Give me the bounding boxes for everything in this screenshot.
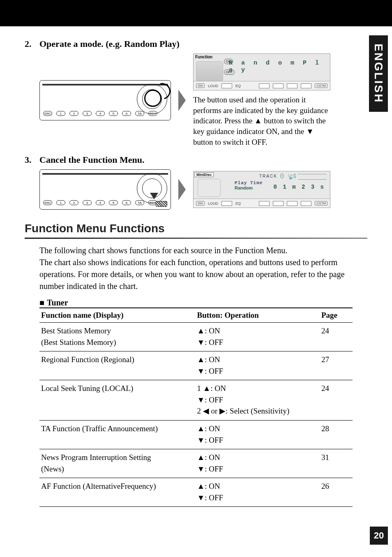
table-row: Regional Function (Regional)▲: ON ▼: OFF…: [39, 351, 353, 380]
panel-button-ta: TA: [135, 200, 144, 205]
section-heading: Function Menu Functions: [25, 222, 367, 235]
table-row: Local Seek Tuning (LOCAL)1 ▲: ON ▼: OFF …: [39, 380, 353, 421]
display-header-box: MiniDisc: [194, 172, 214, 177]
display-time-text: 0 1 m 2 3 s: [274, 184, 325, 190]
wave-seg-icon: [259, 83, 270, 88]
tuner-functions-table: Function name (Display) Button: Operatio…: [39, 307, 353, 507]
cell-button-operation: ▲: ON ▼: OFF: [196, 449, 320, 478]
step-2-title: Operate a mode. (e.g. Random Play): [39, 39, 180, 49]
panel-button-1: 1: [56, 111, 65, 116]
cell-function-name: TA Function (Traffic Announcement): [39, 421, 196, 449]
panel-button-5: 5: [109, 200, 118, 205]
step-2-explanation: The button used and the operation it per…: [193, 95, 333, 147]
lcd-display-function: Function ON OFF R a n d o m P l a y SW L…: [193, 53, 330, 90]
col-header-page: Page: [320, 308, 353, 323]
table-row: News Program Interruption Setting (News)…: [39, 449, 353, 478]
language-tab-label: ENGLISH: [372, 44, 385, 103]
arrow-down-icon: [150, 193, 158, 199]
cell-page: 28: [320, 421, 353, 449]
cell-function-name: AF Function (AlternativeFrequency): [39, 478, 196, 507]
panel-button-2: 2: [69, 111, 78, 116]
triangle-arrow-icon: [178, 90, 186, 111]
step-2-number: 2.: [25, 39, 35, 49]
level-bars-icon: [298, 174, 327, 180]
track-label: TRACK: [259, 174, 277, 178]
sw-chip: SW: [196, 83, 205, 88]
square-bullet-icon: ■: [39, 298, 44, 307]
cell-page: 26: [320, 478, 353, 507]
table-row: AF Function (AlternativeFrequency)▲: ON …: [39, 478, 353, 507]
section-rule: [25, 238, 367, 239]
eq-seg-icon: [221, 83, 232, 88]
step-2-heading: 2. Operate a mode. (e.g. Random Play): [25, 39, 367, 49]
wave-seg-icon-2: [273, 201, 284, 206]
panel-button-3: 3: [83, 200, 92, 205]
cell-button-operation: ▲: ON ▼: OFF: [196, 421, 320, 449]
panel-button-ta: TA: [135, 111, 144, 116]
panel-button-6: 6: [122, 200, 131, 205]
step-3-illustration-row: SRC 1 2 3 4 5 6 TA PTY MiniDisc TRACK 0 …: [39, 169, 367, 210]
panel-button-src: SRC: [43, 200, 52, 205]
table-header-row: Function name (Display) Button: Operatio…: [39, 308, 353, 323]
switch-graphic-icon: [196, 61, 223, 82]
panel-button-3: 3: [83, 111, 92, 116]
cell-function-name: News Program Interruption Setting (News): [39, 449, 196, 478]
disc-icon: [198, 179, 221, 197]
step-3-number: 3.: [25, 155, 35, 165]
tuner-label: Tuner: [47, 298, 68, 307]
display-main-text: R a n d o m P l a y: [229, 60, 330, 74]
loud-chip: LOUD: [208, 201, 218, 206]
lcd-display-minidisc: MiniDisc TRACK 0 4 📡 Play Time Random 0 …: [193, 171, 330, 208]
section-intro: The following chart shows functions for …: [39, 245, 367, 292]
panel-button-src: SRC: [43, 111, 52, 116]
wave-seg-icon-3: [287, 201, 297, 206]
step-3-heading: 3. Cancel the Function Menu.: [25, 155, 367, 165]
eq-label: EQ: [235, 201, 241, 206]
cell-function-name: Best Stations Memory (Best Stations Memo…: [39, 323, 196, 351]
table-row: Best Stations Memory (Best Stations Memo…: [39, 323, 353, 351]
wave-seg-icon-2: [273, 83, 284, 88]
eq-label: EQ: [235, 84, 241, 88]
cell-page: 31: [320, 449, 353, 478]
device-panel-step3: SRC 1 2 3 4 5 6 TA PTY: [39, 169, 171, 210]
panel-button-2: 2: [69, 200, 78, 205]
hatched-button-highlight: [156, 201, 167, 207]
cell-page: 24: [320, 380, 353, 421]
cell-page: 24: [320, 323, 353, 351]
top-black-bar: [0, 0, 392, 26]
language-tab: ENGLISH: [369, 35, 388, 112]
eq-seg-icon: [221, 201, 232, 206]
cell-function-name: Local Seek Tuning (LOCAL): [39, 380, 196, 421]
panel-button-5: 5: [109, 111, 118, 116]
loud-chip: LOUD: [208, 84, 218, 88]
wave-seg-icon-3: [287, 83, 297, 88]
step-2-illustration-row: SRC 1 2 3 4 5 6 TA PTY Function ON OFF R…: [39, 53, 367, 147]
panel-button-4: 4: [96, 111, 105, 116]
page-number-value: 20: [374, 530, 384, 541]
cstm-chip: CSTM: [315, 201, 327, 206]
cell-button-operation: ▲: ON ▼: OFF: [196, 351, 320, 380]
col-header-button: Button: Operation: [196, 308, 320, 323]
cell-button-operation: ▲: ON ▼: OFF: [196, 323, 320, 351]
play-time-label: Play Time: [235, 180, 263, 185]
display-bottom-strip: SW LOUD EQ CSTM: [194, 199, 330, 208]
page-number-badge: 20: [370, 527, 388, 545]
cell-button-operation: ▲: ON ▼: OFF: [196, 478, 320, 507]
antenna-icon: 📡: [288, 174, 294, 180]
cell-function-name: Regional Function (Regional): [39, 351, 196, 380]
display-sub-text: Random: [235, 185, 253, 190]
panel-button-1: 1: [56, 200, 65, 205]
panel-button-6: 6: [122, 111, 131, 116]
cell-page: 27: [320, 351, 353, 380]
sw-chip: SW: [196, 201, 205, 206]
wave-seg-icon: [259, 201, 270, 206]
panel-button-4: 4: [96, 200, 105, 205]
display-bottom-strip: SW LOUD EQ CSTM: [194, 81, 330, 90]
device-panel-step2: SRC 1 2 3 4 5 6 TA PTY: [39, 80, 171, 120]
col-header-function: Function name (Display): [39, 308, 196, 323]
tuner-sub-heading: ■Tuner: [39, 298, 367, 307]
cstm-chip: CSTM: [315, 83, 327, 88]
wave-seg-icon-4: [301, 201, 311, 206]
triangle-arrow-icon: [178, 179, 186, 200]
display-header: Function: [195, 55, 212, 59]
